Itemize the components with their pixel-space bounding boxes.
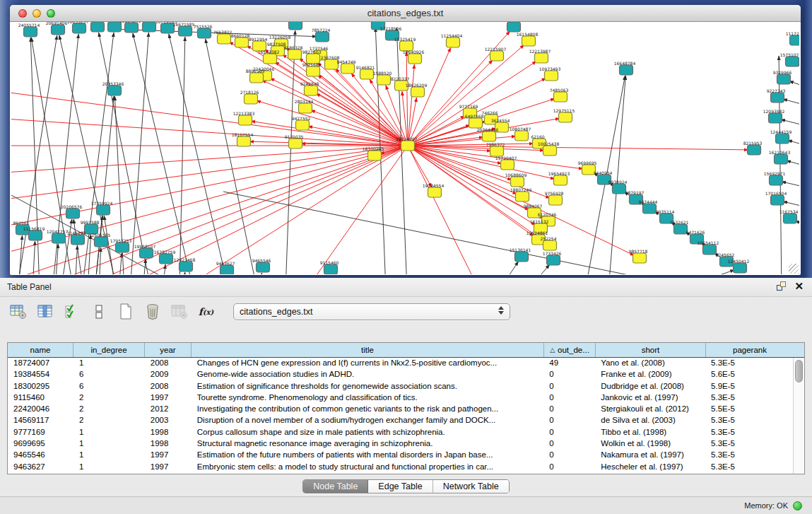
table-row[interactable]: 977716911998Corpus callosum shape and si… <box>8 427 793 438</box>
select-all-icon[interactable] <box>62 303 81 322</box>
graph-node-teal[interactable] <box>257 262 270 272</box>
graph-node-teal[interactable] <box>643 204 657 214</box>
graph-node-teal[interactable] <box>125 23 139 33</box>
graph-node-teal[interactable] <box>220 265 234 274</box>
network-canvas[interactable]: 2405571420691406106532571527602646616118… <box>11 22 799 274</box>
graph-node-teal[interactable] <box>108 86 122 95</box>
graph-node-yellow[interactable] <box>288 49 302 59</box>
graph-node-yellow[interactable] <box>264 54 277 64</box>
citation-edge-black[interactable] <box>99 247 101 274</box>
graph-node-teal[interactable] <box>770 175 783 185</box>
graph-node-yellow[interactable] <box>516 192 529 201</box>
citation-edge-black[interactable] <box>75 245 78 274</box>
graph-node-yellow[interactable] <box>377 75 391 85</box>
citation-edge-black[interactable] <box>783 99 799 105</box>
citation-edge-black[interactable] <box>206 39 257 274</box>
graph-node-teal[interactable] <box>547 255 560 265</box>
close-window-button[interactable] <box>18 9 27 18</box>
citation-edge-black[interactable] <box>180 37 185 274</box>
graph-node-yellow[interactable] <box>447 37 460 47</box>
graph-node-teal[interactable] <box>97 205 110 215</box>
citation-edge-red[interactable] <box>11 90 408 146</box>
citation-edge-black[interactable] <box>223 192 698 274</box>
citation-edge-black[interactable] <box>676 270 734 274</box>
citation-edge-red[interactable] <box>11 146 408 173</box>
graph-node-teal[interactable] <box>620 65 633 75</box>
citation-edge-black[interactable] <box>788 140 799 146</box>
graph-node-yellow[interactable] <box>245 94 258 104</box>
table-scrollbar[interactable] <box>793 358 804 474</box>
graph-node-yellow[interactable] <box>235 37 249 47</box>
graph-node-yellow[interactable] <box>545 71 558 81</box>
graph-node-teal[interactable] <box>179 26 192 36</box>
show-columns-icon[interactable] <box>35 303 54 322</box>
new-table-icon[interactable] <box>116 303 135 322</box>
graph-node-teal[interactable] <box>91 22 105 32</box>
graph-node-teal[interactable] <box>52 233 66 243</box>
graph-node-teal[interactable] <box>143 22 156 32</box>
graph-node-teal[interactable] <box>771 195 784 205</box>
graph-node-yellow[interactable] <box>408 54 422 64</box>
network-window[interactable]: citations_edges.txt 24055714206914061065… <box>10 5 801 275</box>
graph-node-yellow[interactable] <box>401 141 415 151</box>
graph-node-teal[interactable] <box>52 25 65 35</box>
citation-edge-black[interactable] <box>783 201 799 207</box>
close-panel-icon[interactable]: ✕ <box>794 281 804 291</box>
tab-node-table[interactable]: Node Table <box>303 480 368 493</box>
graph-node-yellow[interactable] <box>299 103 312 113</box>
resize-grip[interactable] <box>789 264 799 274</box>
table-row[interactable]: 946362711997Embryonic stem cells: a mode… <box>8 462 793 473</box>
graph-node-teal[interactable] <box>775 154 788 164</box>
column-header-name[interactable]: name <box>8 343 73 357</box>
graph-node-yellow[interactable] <box>411 87 425 97</box>
graph-node-teal[interactable] <box>140 248 153 258</box>
zoom-window-button[interactable] <box>47 9 55 18</box>
column-header-outde[interactable]: △out_de... <box>544 343 596 357</box>
graph-node-yellow[interactable] <box>360 69 374 79</box>
tab-edge-table[interactable]: Edge Table <box>368 480 433 493</box>
citation-edge-red[interactable] <box>37 146 408 274</box>
graph-node-yellow[interactable] <box>515 131 529 141</box>
table-settings-icon[interactable] <box>8 303 28 322</box>
citation-edge-black[interactable] <box>182 272 185 274</box>
graph-node-yellow[interactable] <box>554 175 567 185</box>
graph-node-yellow[interactable] <box>307 66 320 76</box>
citation-edge-black[interactable] <box>73 219 83 274</box>
graph-node-teal[interactable] <box>507 22 521 32</box>
graph-node-teal[interactable] <box>769 113 782 123</box>
graph-node-teal[interactable] <box>703 245 717 255</box>
graph-node-yellow[interactable] <box>250 73 264 83</box>
rows-icon[interactable] <box>89 303 108 322</box>
graph-node-teal[interactable] <box>771 93 784 103</box>
minimize-window-button[interactable] <box>33 9 41 18</box>
graph-node-yellow[interactable] <box>428 187 442 197</box>
graph-node-yellow[interactable] <box>549 195 563 205</box>
graph-node-yellow[interactable] <box>543 146 557 156</box>
graph-node-teal[interactable] <box>161 23 175 33</box>
graph-node-yellow[interactable] <box>554 92 567 102</box>
graph-node-teal[interactable] <box>776 134 789 144</box>
graph-node-yellow[interactable] <box>559 112 572 122</box>
graph-node-yellow[interactable] <box>218 34 231 44</box>
graph-node-teal[interactable] <box>777 74 791 84</box>
graph-node-teal[interactable] <box>748 145 761 155</box>
table-row[interactable]: 1830029562008Estimation of significance … <box>8 381 793 392</box>
graph-node-teal[interactable] <box>95 237 108 247</box>
citation-edge-red[interactable] <box>312 146 408 274</box>
network-window-titlebar[interactable]: citations_edges.txt <box>10 5 801 22</box>
column-header-pagerank[interactable]: pagerank <box>706 343 794 357</box>
import-table-icon[interactable] <box>170 303 189 322</box>
citation-edge-black[interactable] <box>259 273 262 274</box>
citation-edge-black[interactable] <box>33 241 35 274</box>
table-row[interactable]: 946554611997Estimation of the future num… <box>8 450 793 461</box>
citation-edge-black[interactable] <box>499 262 519 274</box>
float-panel-icon[interactable] <box>777 281 786 291</box>
graph-node-teal[interactable] <box>71 235 85 245</box>
table-row[interactable]: 911546021997Tourette syndrome. Phenomeno… <box>8 392 793 404</box>
column-header-title[interactable]: title <box>192 343 544 357</box>
citation-edge-black[interactable] <box>169 34 229 274</box>
graph-node-yellow[interactable] <box>483 132 496 141</box>
scrollbar-thumb[interactable] <box>795 360 803 382</box>
graph-node-teal[interactable] <box>116 243 129 252</box>
graph-node-teal[interactable] <box>734 263 747 273</box>
